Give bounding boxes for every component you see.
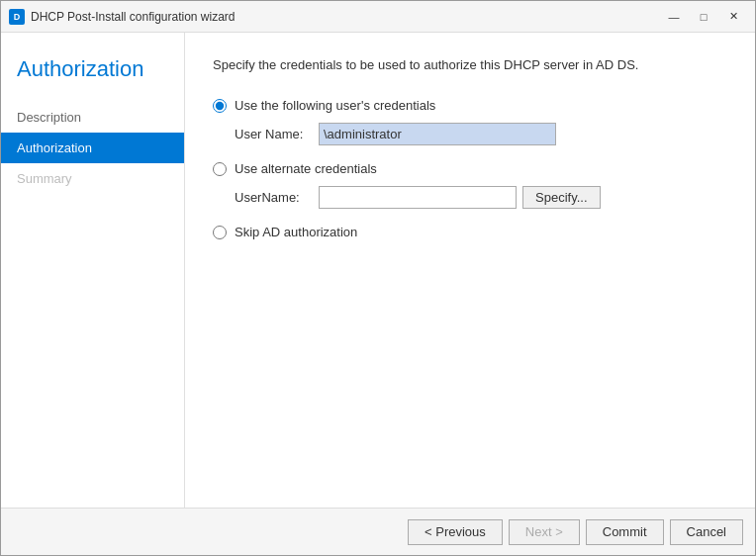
radio-use-following-label: Use the following user's credentials xyxy=(235,98,435,113)
alternate-username-field-row: UserName: Specify... xyxy=(235,186,727,209)
username-input[interactable] xyxy=(319,123,556,145)
next-button[interactable]: Next > xyxy=(509,519,580,545)
title-bar-left: D DHCP Post-Install configuration wizard xyxy=(9,9,236,25)
maximize-button[interactable]: □ xyxy=(690,7,717,27)
sidebar-item-authorization[interactable]: Authorization xyxy=(1,133,184,163)
page-title: Authorization xyxy=(1,48,184,102)
radio-use-alternate-label: Use alternate credentials xyxy=(235,161,377,176)
radio-skip-ad-input[interactable] xyxy=(213,226,227,239)
username-label: User Name: xyxy=(235,127,319,141)
radio-skip-ad[interactable]: Skip AD authorization xyxy=(213,225,727,239)
sidebar-item-summary: Summary xyxy=(1,163,184,194)
commit-button[interactable]: Commit xyxy=(586,519,664,545)
main-window: D DHCP Post-Install configuration wizard… xyxy=(0,0,756,556)
title-bar-controls: — □ ✕ xyxy=(660,7,747,27)
radio-use-alternate-input[interactable] xyxy=(213,162,227,176)
username-field-row: User Name: xyxy=(235,123,727,145)
alternate-username-label: UserName: xyxy=(235,190,319,205)
radio-use-following-input[interactable] xyxy=(213,99,227,113)
title-bar: D DHCP Post-Install configuration wizard… xyxy=(1,1,755,33)
right-panel: Specify the credentials to be used to au… xyxy=(184,33,755,508)
credential-options: Use the following user's credentials Use… xyxy=(213,98,727,239)
window-title: DHCP Post-Install configuration wizard xyxy=(31,10,236,24)
radio-use-following[interactable]: Use the following user's credentials xyxy=(213,98,727,113)
footer: < Previous Next > Commit Cancel xyxy=(1,508,755,555)
description-text: Specify the credentials to be used to au… xyxy=(213,56,727,74)
app-icon: D xyxy=(9,9,25,25)
alternate-username-input[interactable] xyxy=(319,186,517,209)
cancel-button[interactable]: Cancel xyxy=(670,519,743,545)
radio-use-alternate[interactable]: Use alternate credentials xyxy=(213,161,727,176)
content-area: Authorization Description Authorization … xyxy=(1,33,755,508)
previous-button[interactable]: < Previous xyxy=(408,519,503,545)
close-button[interactable]: ✕ xyxy=(719,7,747,27)
radio-skip-ad-label: Skip AD authorization xyxy=(235,225,357,239)
minimize-button[interactable]: — xyxy=(660,7,688,27)
left-panel: Authorization Description Authorization … xyxy=(1,33,184,508)
specify-button[interactable]: Specify... xyxy=(522,186,601,209)
sidebar-item-description[interactable]: Description xyxy=(1,102,184,133)
